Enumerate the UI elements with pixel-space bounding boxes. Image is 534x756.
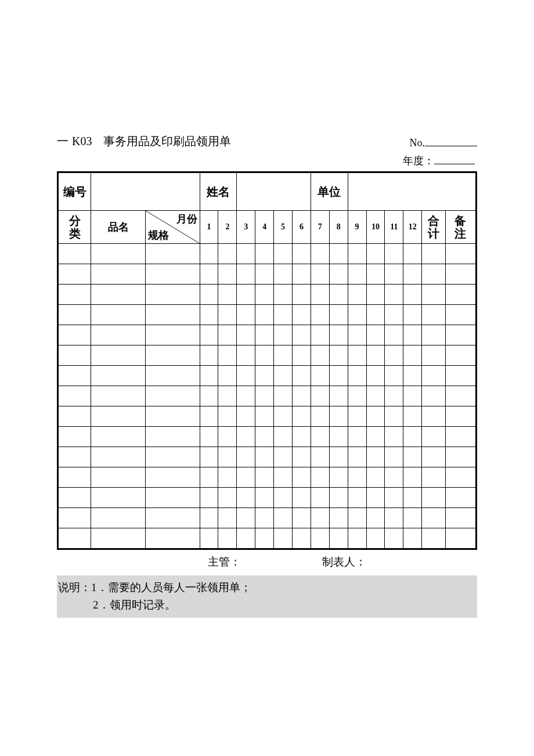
- table-cell: [385, 427, 403, 447]
- table-cell: [200, 447, 218, 467]
- hdr-m8: 8: [329, 211, 348, 244]
- table-cell: [422, 467, 445, 488]
- table-cell: [237, 325, 255, 345]
- table-cell: [403, 305, 422, 325]
- table-cell: [445, 488, 476, 508]
- table-cell: [403, 264, 422, 285]
- table-cell: [348, 427, 366, 447]
- table-cell: [329, 427, 348, 447]
- table-cell: [311, 427, 329, 447]
- table-cell: [145, 447, 200, 467]
- table-cell: [274, 244, 293, 264]
- hdr-danwei: 单位: [311, 172, 348, 211]
- table-cell: [445, 244, 476, 264]
- table-cell: [329, 366, 348, 386]
- table-cell: [200, 285, 218, 305]
- table-cell: [329, 244, 348, 264]
- table-row: [58, 528, 477, 549]
- table-cell: [293, 406, 311, 427]
- no-field-blank: [425, 138, 477, 146]
- table-cell: [385, 447, 403, 467]
- table-cell: [237, 345, 255, 366]
- table-cell: [311, 528, 329, 549]
- table-cell: [403, 447, 422, 467]
- table-cell: [293, 244, 311, 264]
- table-cell: [58, 488, 91, 508]
- table-cell: [91, 427, 146, 447]
- table-cell: [145, 305, 200, 325]
- table-cell: [445, 406, 476, 427]
- hdr-m1: 1: [200, 211, 218, 244]
- table-cell: [200, 528, 218, 549]
- table-cell: [445, 345, 476, 366]
- table-cell: [422, 528, 445, 549]
- table-cell: [200, 305, 218, 325]
- table-cell: [255, 285, 274, 305]
- table-cell: [237, 406, 255, 427]
- title-dash: 一: [57, 134, 68, 149]
- year-label: 年度：: [403, 155, 434, 167]
- table-cell: [329, 285, 348, 305]
- table-cell: [348, 345, 366, 366]
- table-cell: [274, 366, 293, 386]
- table-cell: [237, 528, 255, 549]
- table-row: [58, 366, 477, 386]
- hdr-m9: 9: [348, 211, 366, 244]
- table-cell: [329, 264, 348, 285]
- table-cell: [145, 285, 200, 305]
- table-row: [58, 305, 477, 325]
- table-cell: [348, 488, 366, 508]
- table-row: [58, 427, 477, 447]
- table-cell: [237, 488, 255, 508]
- table-cell: [255, 427, 274, 447]
- table-cell: [385, 264, 403, 285]
- table-cell: [200, 406, 218, 427]
- table-cell: [255, 528, 274, 549]
- signature-preparer: 制表人：: [322, 555, 366, 570]
- table-cell: [58, 345, 91, 366]
- table-cell: [91, 285, 146, 305]
- table-cell: [200, 488, 218, 508]
- table-cell: [445, 366, 476, 386]
- hdr-beizhu: 备 注: [445, 211, 476, 244]
- cell-xingming-value: [237, 172, 311, 211]
- hdr-m12: 12: [403, 211, 422, 244]
- table-cell: [422, 508, 445, 528]
- table-cell: [311, 406, 329, 427]
- table-cell: [218, 366, 237, 386]
- table-cell: [274, 345, 293, 366]
- table-cell: [293, 386, 311, 406]
- table-cell: [145, 325, 200, 345]
- form-title: 事务用品及印刷品领用单: [103, 134, 231, 149]
- table-cell: [422, 305, 445, 325]
- table-cell: [385, 366, 403, 386]
- table-cell: [385, 508, 403, 528]
- table-cell: [293, 305, 311, 325]
- table-cell: [348, 285, 366, 305]
- table-cell: [293, 325, 311, 345]
- table-cell: [403, 345, 422, 366]
- table-cell: [255, 264, 274, 285]
- table-cell: [200, 467, 218, 488]
- table-cell: [255, 447, 274, 467]
- table-cell: [329, 345, 348, 366]
- table-cell: [311, 467, 329, 488]
- table-row: [58, 244, 477, 264]
- table-cell: [366, 264, 385, 285]
- table-cell: [255, 508, 274, 528]
- table-cell: [366, 345, 385, 366]
- table-cell: [200, 366, 218, 386]
- table-cell: [218, 345, 237, 366]
- table-cell: [422, 325, 445, 345]
- table-cell: [445, 508, 476, 528]
- table-cell: [293, 366, 311, 386]
- hdr-heji: 合 计: [422, 211, 445, 244]
- table-cell: [58, 467, 91, 488]
- table-cell: [145, 528, 200, 549]
- table-cell: [445, 467, 476, 488]
- table-cell: [255, 345, 274, 366]
- table-cell: [403, 285, 422, 305]
- table-row: [58, 406, 477, 427]
- table-cell: [366, 305, 385, 325]
- table-cell: [91, 264, 146, 285]
